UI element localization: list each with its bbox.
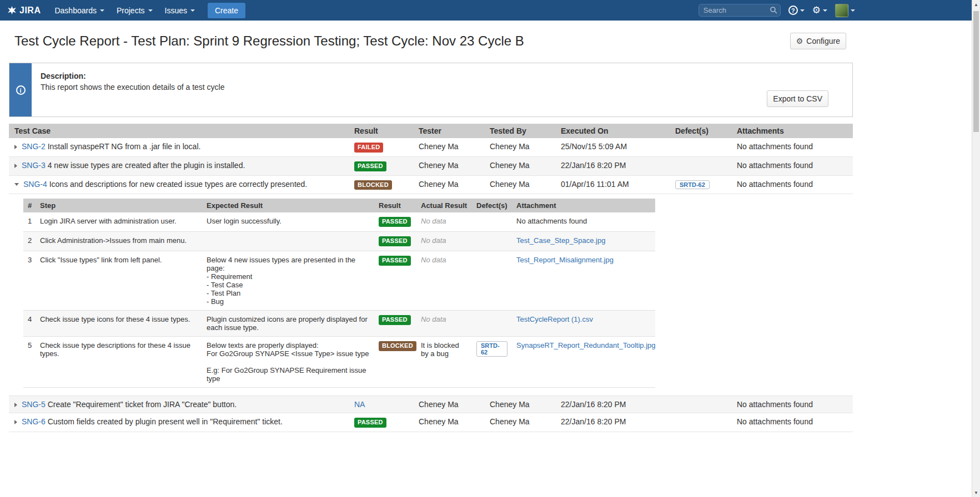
chevron-down-icon bbox=[851, 9, 855, 12]
vertical-scrollbar[interactable]: ▲ ▼ bbox=[972, 0, 980, 497]
test-case-summary: Install synaspeRT NG from a .jar file in… bbox=[48, 142, 201, 151]
description-panel: i Description: This report shows the exe… bbox=[9, 63, 853, 117]
test-case-link[interactable]: SNG-5 bbox=[22, 400, 46, 409]
step-row: 2 Click Administration->Issues from main… bbox=[23, 232, 655, 251]
nav-menu-issues[interactable]: Issues bbox=[159, 0, 201, 21]
actual-result-cell: No data bbox=[416, 232, 472, 251]
page-content: Test Cycle Report - Test Plan: Sprint 9 … bbox=[9, 21, 853, 432]
test-case-link[interactable]: SNG-2 bbox=[22, 142, 46, 151]
attachment-link[interactable]: SynapseRT_Report_Redundant_Tooltip.jpg bbox=[516, 341, 656, 349]
col-header-test-case: Test Case bbox=[9, 124, 349, 138]
executed-on-cell: 25/Nov/15 5:09 AM bbox=[555, 138, 670, 156]
nav-menu-projects[interactable]: Projects bbox=[110, 0, 159, 21]
test-case-summary: Icons and descriptions for new created i… bbox=[49, 180, 308, 189]
col-header-attachments: Attachments bbox=[731, 124, 853, 138]
nav-menu-dashboards[interactable]: Dashboards bbox=[48, 0, 110, 21]
user-menu[interactable] bbox=[835, 4, 855, 17]
actual-result-cell: No data bbox=[416, 212, 472, 231]
export-csv-button[interactable]: Export to CSV bbox=[767, 90, 828, 107]
step-defects-cell bbox=[472, 212, 512, 231]
result-cell: FAILED bbox=[349, 138, 413, 156]
actual-result-cell: It is blocked by a bug bbox=[416, 337, 472, 387]
col-header-step-result: Result bbox=[374, 199, 416, 212]
chevron-right-icon[interactable] bbox=[14, 420, 17, 424]
attachment-link[interactable]: Test_Case_Step_Space.jpg bbox=[516, 236, 605, 245]
step-result-cell: PASSED bbox=[374, 311, 416, 336]
test-case-row: SNG-3 4 new issue types are created afte… bbox=[9, 157, 853, 176]
chevron-right-icon[interactable] bbox=[14, 403, 17, 407]
test-case-row: SNG-2 Install synaspeRT NG from a .jar f… bbox=[9, 138, 853, 157]
attachments-cell: No attachments found bbox=[731, 413, 853, 432]
jira-logo[interactable]: JIRA bbox=[8, 6, 41, 16]
test-case-link[interactable]: SNG-4 bbox=[23, 180, 47, 189]
result-cell: BLOCKED bbox=[349, 176, 413, 194]
tested-by-cell: Cheney Ma bbox=[484, 176, 555, 194]
scrollbar-down-icon[interactable]: ▼ bbox=[972, 488, 980, 497]
jira-logo-text: JIRA bbox=[19, 6, 41, 16]
tester-cell: Cheney Ma bbox=[413, 413, 484, 432]
defect-badge[interactable]: SRTD-62 bbox=[675, 180, 710, 189]
tester-cell: Cheney Ma bbox=[413, 176, 484, 194]
configure-button[interactable]: ⚙ Configure bbox=[790, 33, 846, 49]
result-badge: BLOCKED bbox=[379, 341, 416, 351]
attachments-cell: No attachments found bbox=[731, 176, 853, 194]
defects-cell bbox=[670, 413, 731, 432]
tested-by-cell: Cheney Ma bbox=[484, 157, 555, 175]
step-result-cell: PASSED bbox=[374, 212, 416, 231]
help-menu[interactable]: ? bbox=[788, 6, 805, 15]
test-case-cell: SNG-2 Install synaspeRT NG from a .jar f… bbox=[9, 138, 349, 156]
result-cell: NA bbox=[349, 396, 413, 413]
no-data-text: No data bbox=[421, 236, 446, 245]
attachment-link[interactable]: Test_Report_Misalignment.jpg bbox=[516, 256, 614, 264]
defects-cell bbox=[670, 396, 731, 413]
result-cell: PASSED bbox=[349, 413, 413, 432]
expected-result-text: Below 4 new issues types are presented i… bbox=[202, 251, 374, 310]
col-header-result: Result bbox=[349, 124, 413, 138]
step-defects-cell: SRTD-62 bbox=[472, 337, 512, 387]
tested-by-cell: Cheney Ma bbox=[484, 138, 555, 156]
test-case-table: Test Case Result Tester Tested By Execut… bbox=[9, 124, 853, 432]
test-case-link[interactable]: SNG-3 bbox=[22, 161, 46, 170]
description-heading: Description: bbox=[41, 72, 843, 80]
chevron-down-icon[interactable] bbox=[14, 183, 19, 186]
result-badge: PASSED bbox=[379, 315, 411, 325]
chevron-down-icon bbox=[800, 9, 805, 12]
defects-cell: SRTD-62 bbox=[670, 176, 731, 194]
col-header-actual-result: Actual Result bbox=[416, 199, 472, 212]
step-row: 1 Login JIRA server with administration … bbox=[23, 212, 655, 232]
create-button[interactable]: Create bbox=[208, 3, 245, 18]
nav-menu-label: Dashboards bbox=[54, 6, 97, 15]
step-text: Click "Issue types" link from left panel… bbox=[36, 251, 202, 310]
attachment-link[interactable]: TestCycleReport (1).csv bbox=[516, 315, 593, 323]
test-case-link[interactable]: SNG-6 bbox=[22, 417, 46, 426]
chevron-down-icon bbox=[823, 9, 827, 12]
test-case-cell: SNG-4 Icons and descriptions for new cre… bbox=[9, 176, 349, 194]
test-case-cell: SNG-6 Custom fields created by plugin pr… bbox=[9, 413, 349, 432]
tested-by-cell: Cheney Ma bbox=[484, 396, 555, 413]
defect-badge[interactable]: SRTD-62 bbox=[476, 341, 507, 357]
chevron-right-icon[interactable] bbox=[14, 145, 17, 149]
search-input[interactable] bbox=[698, 4, 781, 17]
description-body: Description: This report shows the execu… bbox=[32, 63, 852, 116]
step-text: Click Administration->Issues from main m… bbox=[36, 232, 202, 251]
result-badge: PASSED bbox=[379, 217, 411, 227]
test-case-text: SNG-2 Install synaspeRT NG from a .jar f… bbox=[22, 142, 200, 151]
result-badge: PASSED bbox=[354, 161, 386, 171]
test-case-text: SNG-4 Icons and descriptions for new cre… bbox=[23, 180, 307, 189]
step-attachment-cell: TestCycleReport (1).csv bbox=[512, 311, 655, 336]
defects-cell bbox=[670, 138, 731, 156]
test-case-cell: SNG-3 4 new issue types are created afte… bbox=[9, 157, 349, 175]
result-na-text: NA bbox=[354, 400, 365, 409]
step-number: 4 bbox=[23, 311, 36, 336]
result-badge: BLOCKED bbox=[354, 180, 392, 190]
actual-result-cell: No data bbox=[416, 251, 472, 310]
chevron-right-icon[interactable] bbox=[14, 164, 17, 168]
executed-on-cell: 22/Jan/16 8:20 PM bbox=[555, 396, 670, 413]
step-text: Check issue type descriptions for these … bbox=[36, 337, 202, 387]
admin-settings-menu[interactable]: ⚙ bbox=[812, 6, 827, 15]
scrollbar-thumb[interactable] bbox=[973, 11, 979, 132]
avatar bbox=[835, 4, 848, 17]
scrollbar-up-icon[interactable]: ▲ bbox=[972, 0, 980, 9]
chevron-down-icon bbox=[100, 9, 104, 12]
tested-by-cell: Cheney Ma bbox=[484, 413, 555, 432]
